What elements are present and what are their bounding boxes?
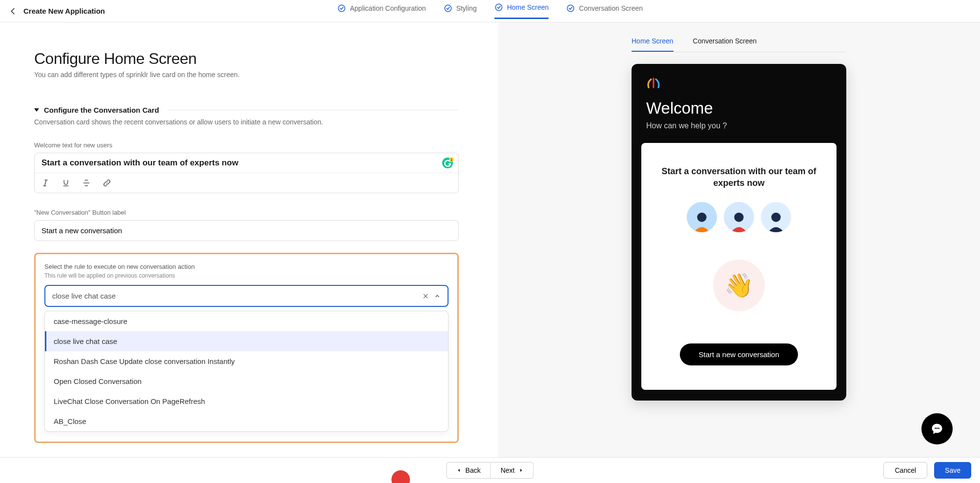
step-home-screen[interactable]: Home Screen	[494, 3, 549, 19]
avatar	[687, 202, 717, 232]
rte-toolbar	[35, 173, 458, 193]
rule-select[interactable]: close live chat case	[44, 285, 449, 307]
step-application-configuration[interactable]: Application Configuration	[337, 3, 426, 19]
strikethrough-icon[interactable]	[82, 178, 91, 188]
widget-subtext: How can we help you ?	[646, 121, 837, 130]
subsection-title: Configure the Conversation Card	[44, 106, 159, 114]
triangle-right-icon	[518, 468, 523, 473]
svg-point-15	[734, 212, 743, 221]
clear-icon[interactable]	[422, 293, 429, 300]
button-label-input[interactable]	[34, 220, 459, 241]
chevron-up-icon[interactable]	[434, 293, 441, 300]
rule-option[interactable]: Open Closed Conversation	[45, 371, 448, 391]
tab-conversation-screen[interactable]: Conversation Screen	[693, 31, 757, 52]
step-styling[interactable]: Styling	[444, 3, 477, 19]
welcome-text-input[interactable]: Start a conversation with our team of ex…	[35, 153, 458, 173]
rule-hint: This rule will be applied on previous co…	[44, 272, 449, 279]
brand-logo-icon	[646, 78, 661, 88]
svg-point-16	[771, 212, 780, 221]
subsection-sub: Conversation card shows the recent conve…	[34, 118, 459, 126]
triangle-left-icon	[457, 468, 462, 473]
footer-bar: Back Next Cancel Save	[0, 457, 980, 483]
config-form: Configure Home Screen You can add differ…	[0, 22, 498, 457]
app-header: Create New Application Application Confi…	[0, 0, 980, 22]
section-subheading: You can add different types of sprinklr …	[34, 71, 459, 79]
chat-fab[interactable]	[921, 413, 953, 444]
divider	[168, 110, 459, 110]
caret-down-icon	[34, 108, 39, 112]
start-conversation-button[interactable]: Start a new conversation	[680, 343, 797, 365]
italic-icon[interactable]	[41, 178, 50, 188]
back-button[interactable]: Back	[447, 462, 491, 479]
rule-select-value: close live chat case	[52, 292, 422, 300]
rule-option[interactable]: case-message-closure	[45, 311, 448, 331]
check-icon	[566, 4, 575, 13]
rule-dropdown: case-message-closure close live chat cas…	[44, 311, 449, 432]
svg-point-0	[338, 5, 345, 12]
rule-option[interactable]: AB_Close	[45, 411, 448, 431]
preview-panel: Home Screen Conversation Screen Welcome …	[498, 22, 980, 457]
check-icon	[444, 4, 452, 13]
avatar	[761, 202, 791, 232]
widget-card: Start a conversation with our team of ex…	[641, 143, 837, 390]
avatar	[724, 202, 754, 232]
welcome-text-editor: Start a conversation with our team of ex…	[34, 153, 459, 193]
cancel-button[interactable]: Cancel	[883, 462, 927, 479]
widget-welcome: Welcome	[646, 99, 837, 118]
check-icon	[494, 3, 503, 12]
chat-icon	[930, 422, 944, 436]
svg-point-19	[938, 427, 939, 429]
svg-text:1: 1	[450, 158, 452, 161]
svg-point-18	[937, 427, 938, 429]
svg-point-14	[697, 212, 706, 221]
rule-option[interactable]: close live chat case	[45, 331, 448, 351]
rule-option[interactable]: Roshan Dash Case Update close conversati…	[45, 351, 448, 371]
link-icon[interactable]	[102, 178, 112, 188]
widget-message: Start a conversation with our team of ex…	[658, 165, 820, 189]
underline-icon[interactable]	[61, 178, 71, 188]
check-icon	[337, 4, 346, 13]
rule-label: Select the rule to execute on new conver…	[44, 263, 449, 270]
save-button[interactable]: Save	[934, 462, 971, 479]
wave-icon: 👋	[713, 260, 765, 311]
svg-point-2	[495, 4, 502, 11]
next-button[interactable]: Next	[491, 462, 534, 479]
svg-point-17	[935, 427, 936, 429]
svg-point-3	[568, 5, 574, 12]
svg-line-9	[45, 180, 46, 186]
rule-option[interactable]: LiveChat Close Conversation On PageRefre…	[45, 391, 448, 411]
rule-selection-area: Select the rule to execute on new conver…	[34, 253, 459, 443]
chat-widget-preview: Welcome How can we help you ? Start a co…	[632, 64, 846, 401]
grammarly-icon: 1	[442, 157, 453, 169]
wizard-stepper: Application Configuration Styling Home S…	[337, 3, 643, 19]
preview-tabs: Home Screen Conversation Screen	[632, 31, 846, 52]
welcome-text-label: Welcome text for new users	[34, 141, 459, 149]
button-label-field-label: "New Conversation" Button label	[34, 209, 459, 216]
tab-home-screen[interactable]: Home Screen	[632, 31, 674, 52]
subsection-header[interactable]: Configure the Conversation Card	[34, 106, 459, 114]
step-conversation-screen[interactable]: Conversation Screen	[566, 3, 643, 19]
team-avatars	[687, 202, 791, 232]
svg-point-1	[445, 5, 451, 12]
page-title: Create New Application	[23, 7, 105, 15]
back-arrow-icon[interactable]	[8, 6, 19, 17]
section-heading: Configure Home Screen	[34, 50, 459, 68]
